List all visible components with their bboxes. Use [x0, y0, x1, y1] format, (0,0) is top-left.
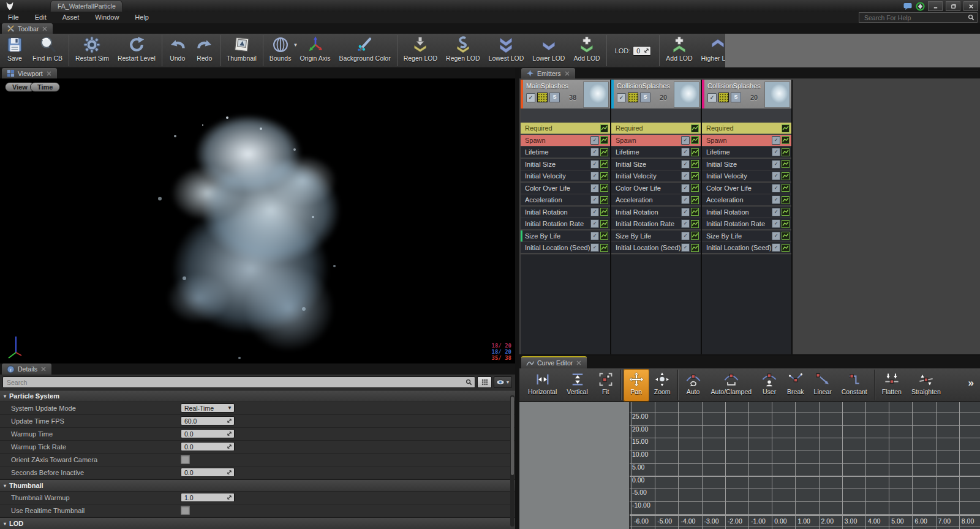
details-scrollbar[interactable] [510, 395, 514, 527]
module-enabled-checkbox[interactable]: ✓ [772, 219, 780, 228]
view-options-button[interactable]: ▼ [494, 376, 512, 388]
module-acceleration[interactable]: Acceleration✓ [521, 194, 610, 205]
emitter-header[interactable]: MainSplashes✓S38 [521, 80, 610, 108]
module-lifetime[interactable]: Lifetime✓ [611, 147, 701, 158]
lod-value-box[interactable]: 0 [633, 46, 651, 56]
module-enabled-checkbox[interactable]: ✓ [681, 243, 690, 252]
section-header-thumbnail[interactable]: ▾Thumbnail [0, 479, 515, 492]
module-enabled-checkbox[interactable]: ✓ [772, 172, 780, 180]
module-enabled-checkbox[interactable]: ✓ [772, 196, 780, 204]
module-enabled-checkbox[interactable]: ✓ [590, 148, 599, 156]
vertical-splitter[interactable] [515, 68, 519, 529]
section-header-lod[interactable]: ▾LOD [0, 517, 515, 529]
toolbar-overflow-icon[interactable]: » [968, 377, 974, 389]
vertical-button[interactable]: Vertical [562, 369, 592, 402]
module-curve-button[interactable] [691, 172, 699, 180]
save-button[interactable]: Save [1, 34, 28, 67]
module-curve-button[interactable] [782, 124, 790, 132]
regen-lod-button[interactable]: Regen LOD [399, 34, 442, 67]
module-curve-button[interactable] [691, 196, 699, 204]
emitter-render-mode-button[interactable] [718, 93, 729, 102]
find-in-cb-button[interactable]: Find in CB [28, 34, 67, 67]
module-enabled-checkbox[interactable]: ✓ [772, 148, 780, 156]
flatten-button[interactable]: Flatten [877, 369, 907, 402]
module-curve-button[interactable] [782, 232, 790, 240]
tab-viewport[interactable]: Viewport [2, 68, 57, 78]
tab-toolbar[interactable]: Toolbar [2, 23, 53, 34]
module-enabled-checkbox[interactable]: ✓ [772, 208, 780, 216]
module-enabled-checkbox[interactable]: ✓ [772, 160, 780, 169]
module-curve-button[interactable] [600, 160, 608, 168]
scrollbar-thumb[interactable] [511, 397, 514, 475]
property-matrix-button[interactable] [477, 376, 492, 388]
particle-viewport[interactable]: View Time 18/ 2018/ 2035/ 38 [0, 78, 515, 363]
horizontal-button[interactable]: Horizontal [523, 369, 562, 402]
close-icon[interactable] [576, 360, 582, 366]
undo-button[interactable]: Undo [164, 34, 191, 67]
module-curve-button[interactable] [691, 244, 699, 252]
module-enabled-checkbox[interactable]: ✓ [681, 148, 690, 156]
seconds-before-inactive-input[interactable]: 0.0 [181, 468, 235, 477]
details-search-box[interactable] [2, 376, 475, 388]
module-initial-rotation[interactable]: Initial Rotation✓ [611, 207, 701, 218]
lowest-lod-button[interactable]: Lowest LOD [484, 34, 529, 67]
module-initial-rotation-rate[interactable]: Initial Rotation Rate✓ [702, 218, 791, 229]
restart-level-button[interactable]: Restart Level [113, 34, 160, 67]
module-required[interactable]: Required [521, 123, 610, 134]
module-initial-velocity[interactable]: Initial Velocity✓ [611, 170, 701, 181]
zoom-button[interactable]: Zoom [649, 369, 676, 402]
close-window-button[interactable] [963, 1, 978, 11]
close-icon[interactable] [46, 70, 52, 77]
module-acceleration[interactable]: Acceleration✓ [702, 194, 791, 205]
tab-emitters[interactable]: Emitters [521, 68, 575, 78]
menu-window[interactable]: Window [87, 12, 127, 23]
module-enabled-checkbox[interactable]: ✓ [681, 136, 690, 145]
module-curve-button[interactable] [782, 148, 790, 156]
module-enabled-checkbox[interactable]: ✓ [772, 184, 780, 192]
auto-button[interactable]: Auto [680, 369, 706, 402]
module-enabled-checkbox[interactable]: ✓ [681, 160, 690, 169]
emitter-enabled-checkbox[interactable]: ✓ [526, 93, 535, 102]
module-curve-button[interactable] [691, 124, 699, 132]
auto-clamped-button[interactable]: Auto/Clamped [706, 369, 757, 402]
time-menu-button[interactable]: Time [30, 82, 60, 92]
module-enabled-checkbox[interactable]: ✓ [681, 196, 690, 204]
module-initial-rotation[interactable]: Initial Rotation✓ [521, 207, 610, 218]
add-lod-button[interactable]: Add LOD [569, 34, 604, 67]
lower-lod-button[interactable]: Lower LOD [528, 34, 569, 67]
minimize-button[interactable] [928, 1, 943, 11]
module-required[interactable]: Required [611, 123, 701, 134]
origin-axis-button[interactable]: Origin Axis [295, 34, 334, 67]
module-curve-button[interactable] [691, 136, 699, 144]
module-curve-button[interactable] [600, 172, 608, 180]
module-enabled-checkbox[interactable]: ✓ [772, 243, 780, 252]
module-color-over-life[interactable]: Color Over Life✓ [611, 183, 701, 194]
module-curve-button[interactable] [600, 196, 608, 204]
straighten-button[interactable]: Straighten [907, 369, 946, 402]
module-enabled-checkbox[interactable]: ✓ [590, 136, 599, 145]
close-icon[interactable] [40, 366, 47, 372]
module-curve-button[interactable] [782, 244, 790, 252]
close-icon[interactable] [564, 70, 570, 77]
module-initial-location-seed[interactable]: Initial Location (Seed)✓ [521, 242, 610, 253]
menu-help[interactable]: Help [127, 12, 157, 23]
curve-editor-grid[interactable]: 25.0020.0015.0010.005.000.00-5.00-10.00-… [630, 402, 980, 529]
module-curve-button[interactable] [600, 208, 608, 216]
emitter-solo-button[interactable]: S [731, 93, 741, 102]
module-enabled-checkbox[interactable]: ✓ [590, 219, 599, 228]
module-curve-button[interactable] [600, 148, 608, 156]
help-search-input[interactable] [863, 13, 968, 22]
add-lod-button[interactable]: Add LOD [662, 34, 696, 67]
module-enabled-checkbox[interactable]: ✓ [590, 196, 599, 204]
module-curve-button[interactable] [600, 184, 608, 192]
redo-button[interactable]: Redo [191, 34, 218, 67]
module-curve-button[interactable] [782, 220, 790, 228]
module-curve-button[interactable] [691, 232, 699, 240]
warmup-time-input[interactable]: 0.0 [181, 429, 235, 438]
warmup-tick-rate-input[interactable]: 0.0 [181, 442, 235, 451]
emitter-render-mode-button[interactable] [537, 93, 548, 102]
section-header-particle-system[interactable]: ▾Particle System [0, 390, 515, 402]
module-curve-button[interactable] [600, 244, 608, 252]
module-enabled-checkbox[interactable]: ✓ [590, 208, 599, 216]
module-required[interactable]: Required [702, 123, 791, 134]
